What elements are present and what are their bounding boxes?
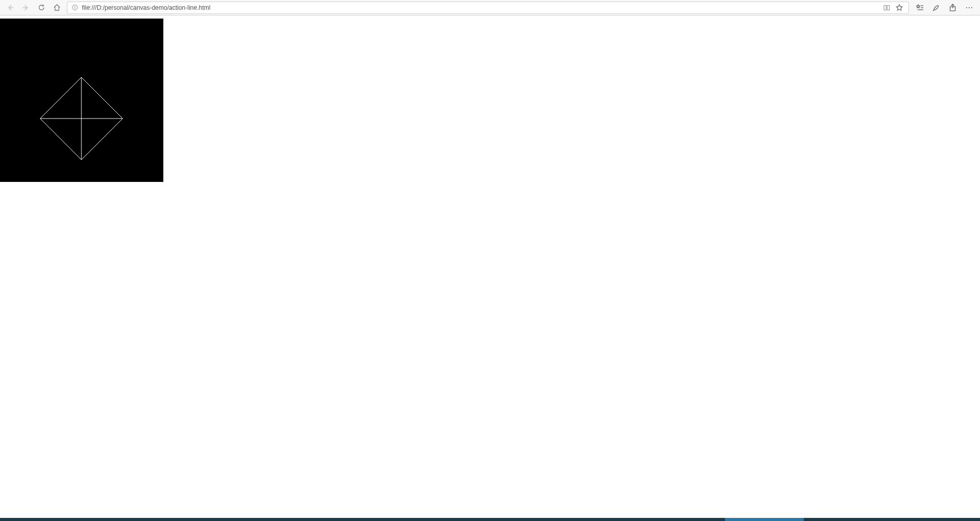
canvas-element <box>0 19 163 182</box>
address-bar[interactable] <box>67 2 909 14</box>
back-arrow-icon <box>6 4 14 12</box>
favorite-star-button[interactable] <box>893 2 905 14</box>
more-button[interactable] <box>961 1 977 15</box>
svg-point-10 <box>969 7 970 8</box>
home-button[interactable] <box>49 1 64 15</box>
info-icon <box>72 4 78 11</box>
reading-view-icon <box>883 4 890 11</box>
favorites-list-icon <box>916 4 924 12</box>
svg-point-11 <box>971 7 972 8</box>
diamond-drawing <box>0 19 163 182</box>
browser-toolbar <box>0 0 980 15</box>
refresh-icon <box>38 4 45 11</box>
taskbar[interactable] <box>0 518 980 521</box>
svg-point-2 <box>75 6 75 7</box>
notes-button[interactable] <box>928 1 944 15</box>
forward-arrow-icon <box>22 4 30 12</box>
site-info-button[interactable] <box>71 4 79 12</box>
share-icon <box>949 4 957 12</box>
home-icon <box>53 4 61 11</box>
refresh-button[interactable] <box>34 1 48 15</box>
more-icon <box>965 4 973 12</box>
forward-button[interactable] <box>19 1 33 15</box>
reading-view-button[interactable] <box>881 2 893 14</box>
back-button[interactable] <box>3 1 18 15</box>
page-content <box>0 19 980 521</box>
svg-rect-4 <box>887 5 889 10</box>
favorites-list-button[interactable] <box>912 1 927 15</box>
url-input[interactable] <box>82 2 881 13</box>
toolbar-right-group <box>912 1 977 15</box>
star-icon <box>895 4 903 11</box>
svg-point-9 <box>966 7 967 8</box>
pen-icon <box>932 4 940 12</box>
nav-button-group <box>3 1 64 15</box>
share-button[interactable] <box>945 1 960 15</box>
svg-rect-3 <box>884 5 886 10</box>
